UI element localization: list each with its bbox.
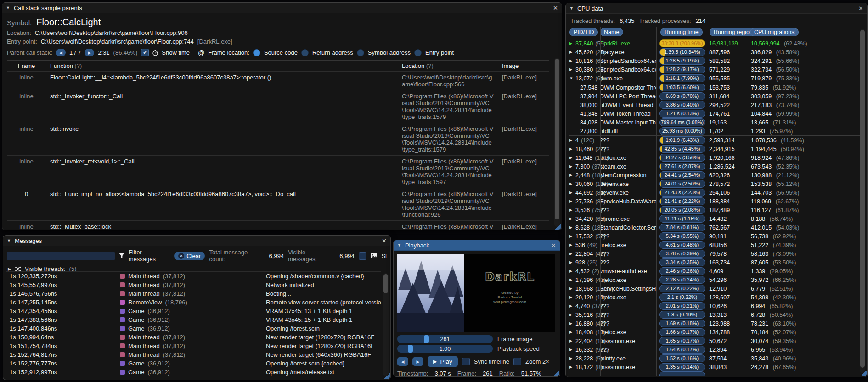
cpu-table-row[interactable]: ▶ 35,916(36) ??? 1.8 s (0.19%) 13,313 6,…: [569, 310, 864, 319]
cpu-table-row[interactable]: ▶ 28,228(5) mintty.exe 1.52 s (0.16%) 87…: [569, 354, 864, 363]
cpu-table-row[interactable]: ▶ 22,804(45) ??? 3.78 s (0.39%) 79,578 5…: [569, 249, 864, 258]
expand-arrow-icon[interactable]: ▶: [569, 41, 575, 45]
resize-grip[interactable]: [554, 223, 561, 230]
expand-arrow-icon[interactable]: ▶: [569, 260, 575, 264]
expand-arrow-icon[interactable]: ▶: [569, 147, 575, 151]
next-frame-button[interactable]: ▶: [85, 49, 94, 56]
function-cell[interactable]: std::_Invoker_ret<void,1>::_Call: [46, 156, 398, 188]
expand-arrow-icon[interactable]: ▶: [569, 321, 575, 326]
show-images-checkbox[interactable]: [359, 252, 366, 260]
expand-arrow-icon[interactable]: ▶: [569, 164, 575, 169]
message-row[interactable]: 1s 145,557,997ns Main thread (37,812) Ne…: [6, 281, 381, 289]
cpu-table-row[interactable]: ▶ 30,380(24) ScriptedSandbox64.exe 1:28.…: [569, 65, 864, 74]
expand-arrow-icon[interactable]: ▶: [569, 278, 575, 282]
frame-image-slider[interactable]: 261: [397, 335, 493, 343]
cpu-table-row[interactable]: ▶ 8,628(18) StandardCollector.Service.e …: [569, 223, 864, 232]
expand-arrow-icon[interactable]: ▶: [569, 182, 575, 186]
expand-arrow-icon[interactable]: ▶: [569, 286, 575, 291]
cpu-table-row[interactable]: 38,000 uDWM Event Thread 3.86 s (0.40%) …: [569, 101, 864, 109]
cpu-table-row[interactable]: ▶ 11,648(120) firefox.exe 34.27 s (3.56%…: [569, 153, 864, 162]
expand-arrow-icon[interactable]: ▼: [569, 76, 575, 80]
cpu-table-row[interactable]: ▶ 44,692(84) devenv.exe 21.43 s (2.23%) …: [569, 188, 864, 197]
expand-arrow-icon[interactable]: ▶: [569, 313, 575, 317]
callstack-table-row[interactable]: inline std::_Mutex_base::lock C:\Program…: [7, 221, 549, 230]
zoom-2x-checkbox[interactable]: [513, 358, 521, 365]
resize-grip[interactable]: [860, 370, 867, 376]
callstack-table-row[interactable]: inline std::_Invoker_ret<void,1>::_Call …: [7, 156, 549, 188]
resize-grip[interactable]: [383, 372, 390, 379]
cpu-table-row[interactable]: ▶ 928(25) ??? 3.34 s (0.35%) 163,734 87,…: [569, 258, 864, 267]
playback-speed-slider[interactable]: 1.00: [397, 345, 493, 353]
cpu-table-row[interactable]: ▶ 18,968(1,018) ServiceHub.SettingsHost.…: [569, 284, 864, 293]
cpu-table-row[interactable]: ▶ 18,172(8) msvsmon.exe 1.35 s (0.14%) 3…: [569, 363, 864, 371]
function-cell[interactable]: Floor::CalcLight::__l4::<lambda_5bc224f1…: [46, 72, 398, 90]
expand-arrow-icon[interactable]: ▶: [569, 50, 575, 54]
cpu-table-row[interactable]: ▶ 4(120) ??? 1:01.9 (6.43%) 2,593,314 1,…: [569, 135, 864, 145]
collapse-icon[interactable]: ▼: [6, 6, 10, 10]
cpu-table-row[interactable]: 41,348 DWM Token Thread 1.21 s (0.13%) 1…: [569, 109, 864, 118]
cpu-table-row[interactable]: ▶ 30,060(116) devenv.exe 24.01 s (2.50%)…: [569, 180, 864, 188]
cpu-table-row[interactable]: ▶ 18,460(20) ??? 42.85 s (4.45%) 2,344,9…: [569, 145, 864, 153]
cpu-table-row[interactable]: ▶ 7,300(37) steam.exe 27.61 s (2.87%) 1,…: [569, 162, 864, 171]
expand-arrow-icon[interactable]: ▶: [569, 173, 575, 177]
messages-scrollbar[interactable]: [383, 273, 389, 376]
function-cell[interactable]: std::invoke: [46, 123, 398, 155]
callstack-table-row[interactable]: inline std::invoke C:\Program Files (x86…: [7, 123, 549, 156]
message-row[interactable]: 1s 120,335,272ns Main thread (37,812) Op…: [6, 272, 381, 281]
slider-grab[interactable]: [408, 345, 413, 353]
cpu-table-row[interactable]: 37,904 DWM LPC Port Thread 6.69 s (0.70%…: [569, 92, 864, 101]
close-icon[interactable]: ✕: [553, 5, 558, 11]
callstack-table-row[interactable]: inline Floor::CalcLight::__l4::<lambda_5…: [7, 72, 549, 90]
expand-arrow-icon[interactable]: ▶: [569, 156, 575, 160]
radio-entry-point[interactable]: [414, 49, 422, 56]
expand-threads-icon[interactable]: ▶: [8, 267, 11, 271]
message-row[interactable]: 1s 147,383,566ns Game (36,912) VRAM 43x4…: [6, 315, 381, 324]
cpu-table-row[interactable]: ▶ 4,632(2) vmware-authd.exe 2.46 s (0.26…: [569, 267, 864, 275]
callstack-table-row[interactable]: inline std::_Invoker_functor::_Call C:\P…: [7, 90, 549, 123]
expand-arrow-icon[interactable]: ▶: [569, 252, 575, 256]
close-icon[interactable]: ✕: [382, 237, 387, 244]
callstack-scrollbar[interactable]: [554, 58, 560, 227]
cpu-table-row[interactable]: ▶ 3,536(75) ??? 20.05 s (2.08%) 187,689 …: [569, 206, 864, 214]
collapse-icon[interactable]: ▼: [7, 238, 11, 243]
cpu-scrollbar[interactable]: [860, 29, 865, 373]
step-forward-button[interactable]: ▶: [412, 357, 423, 366]
message-row[interactable]: 1s 152,912,997ns Game (36,912) Opening /…: [6, 368, 381, 376]
col-pid-tid[interactable]: PID/TID: [569, 28, 598, 36]
cpu-table-row[interactable]: ▶ 536(49) firefox.exe 4.61 s (0.48%) 68,…: [569, 241, 864, 249]
message-row[interactable]: 1s 147,400,846ns Game (36,912) Opening /…: [6, 324, 381, 333]
message-row[interactable]: 1s 152,776,777ns Game (36,912) Opening /…: [6, 359, 381, 368]
expand-arrow-icon[interactable]: ▶: [569, 365, 575, 369]
expand-arrow-icon[interactable]: ▶: [569, 304, 575, 308]
expand-arrow-icon[interactable]: ▶: [569, 208, 575, 212]
cpu-table-row[interactable]: ▶ 20,120(17) firefox.exe 2.1 s (0.22%) 1…: [569, 293, 864, 302]
filter-input[interactable]: [7, 252, 115, 260]
expand-arrow-icon[interactable]: ▶: [569, 269, 575, 273]
expand-arrow-icon[interactable]: ▶: [569, 356, 575, 360]
radio-symbol-address[interactable]: [357, 49, 364, 56]
radio-source-code[interactable]: [253, 49, 260, 56]
cpu-table-row[interactable]: 34,028 DWM Master Input Thread 799.64 ms…: [569, 118, 864, 127]
play-button[interactable]: ▶Play: [428, 356, 458, 367]
cpu-table-row[interactable]: ▶ 10,816(64) ScriptedSandbox64.exe 1:28.…: [569, 56, 864, 65]
expand-arrow-icon[interactable]: ▶: [569, 348, 575, 352]
show-time-checkbox[interactable]: ✔: [141, 49, 149, 56]
collapse-icon[interactable]: ▼: [569, 6, 574, 11]
resize-grip[interactable]: [552, 369, 559, 376]
message-row[interactable]: 1s 153,116,37ns Game (36,912) Intro menu…: [6, 376, 381, 377]
col-name[interactable]: Name: [600, 28, 623, 36]
cpu-table-row[interactable]: ▶ 16,880(46) ??? 1.69 s (0.18%) 123,988 …: [569, 319, 864, 328]
close-icon[interactable]: ✕: [858, 5, 863, 12]
cpu-table-row[interactable]: ▶ 17,396(43) firefox.exe 2.28 s (0.24%) …: [569, 275, 864, 284]
clear-button[interactable]: ✕ Clear: [174, 252, 205, 260]
cpu-table-row[interactable]: ▶ 4,740(37) ??? 2.01 s (0.21%) 10,626 6,…: [569, 302, 864, 310]
function-cell[interactable]: std::_Mutex_base::lock: [46, 221, 398, 230]
cpu-table-row[interactable]: ▶ 22,404(12) msvsmon.exe 1.65 s (0.17%) …: [569, 337, 864, 345]
expand-arrow-icon[interactable]: ▶: [569, 234, 575, 238]
message-row[interactable]: 1s 152,764,817ns Main thread (37,812) Ne…: [6, 350, 381, 359]
slider-grab[interactable]: [424, 335, 429, 343]
prev-frame-button[interactable]: ◀: [56, 49, 66, 56]
col-cpu-migrations[interactable]: CPU migrations: [750, 28, 799, 36]
cpu-table-row[interactable]: ▶ 2,448(18) MemCompression 24.41 s (2.54…: [569, 171, 864, 180]
function-cell[interactable]: std::_Func_impl_no_alloc<<lambda_5bc224f…: [46, 188, 398, 220]
